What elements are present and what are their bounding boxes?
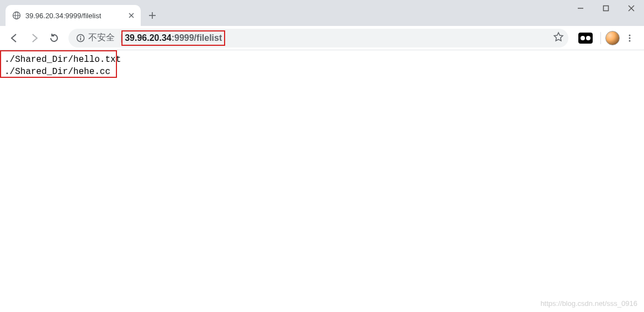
reload-icon	[49, 33, 59, 43]
window-controls	[568, 0, 644, 17]
globe-icon	[12, 11, 21, 20]
watermark: https://blog.csdn.net/sss_0916	[540, 299, 637, 308]
star-icon	[553, 31, 564, 43]
minimize-icon	[577, 5, 584, 12]
svg-point-15	[629, 37, 631, 39]
svg-rect-13	[80, 38, 81, 40]
site-info-button[interactable]: 不安全	[76, 32, 119, 44]
bookmark-button[interactable]	[553, 31, 564, 45]
toolbar-separator	[600, 32, 601, 44]
plus-icon	[148, 12, 156, 19]
address-bar[interactable]: 不安全 | 39.96.20.34:9999/filelist	[68, 29, 568, 47]
svg-point-12	[80, 36, 81, 37]
back-arrow-icon	[9, 33, 19, 43]
new-tab-button[interactable]	[144, 7, 161, 24]
tab-bar: 39.96.20.34:9999/filelist	[0, 0, 644, 26]
extension-button[interactable]	[578, 33, 593, 44]
omnibox-actions	[553, 31, 564, 45]
profile-avatar-button[interactable]	[605, 31, 620, 45]
security-label: 不安全	[88, 32, 115, 44]
forward-button[interactable]	[24, 28, 44, 48]
close-icon	[628, 5, 635, 12]
file-list-output: ./Shared_Dir/hello.txt ./Shared_Dir/hehe…	[2, 52, 123, 79]
close-icon	[129, 13, 134, 18]
svg-point-16	[629, 40, 631, 41]
svg-rect-1	[604, 6, 609, 11]
maximize-button[interactable]	[593, 0, 619, 17]
maximize-icon	[603, 5, 609, 12]
url-text: 39.96.20.34:9999/filelist	[125, 33, 222, 43]
svg-point-14	[629, 34, 631, 36]
forward-arrow-icon	[29, 33, 39, 43]
close-window-button[interactable]	[619, 0, 644, 17]
page-content: ./Shared_Dir/hello.txt ./Shared_Dir/hehe…	[0, 50, 644, 81]
tab-title: 39.96.20.34:9999/filelist	[25, 12, 126, 20]
omnibox-separator: |	[119, 33, 124, 43]
reload-button[interactable]	[44, 28, 64, 48]
more-vert-icon	[625, 34, 634, 43]
minimize-button[interactable]	[568, 0, 593, 17]
info-icon	[76, 34, 85, 43]
toolbar: 不安全 | 39.96.20.34:9999/filelist	[0, 26, 644, 50]
tab-active[interactable]: 39.96.20.34:9999/filelist	[6, 5, 141, 26]
tab-close-button[interactable]	[126, 10, 136, 20]
menu-button[interactable]	[620, 28, 640, 48]
back-button[interactable]	[4, 28, 24, 48]
url-host: 39.96.20.34	[125, 33, 172, 43]
url-port-path: :9999/filelist	[172, 33, 222, 43]
